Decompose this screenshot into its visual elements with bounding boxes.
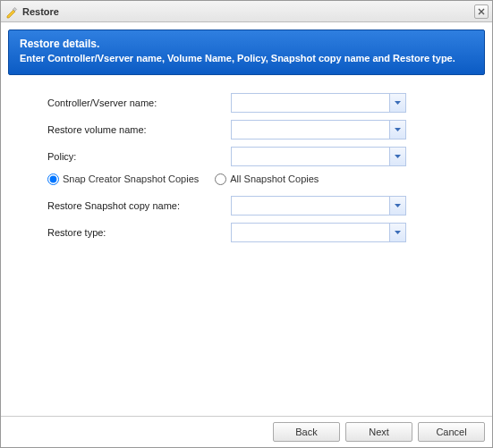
policy-label: Policy: — [47, 151, 231, 162]
snapshot-combo[interactable] — [231, 196, 406, 216]
controller-input[interactable] — [231, 93, 406, 113]
chevron-down-icon — [395, 155, 401, 158]
radio-all-copies-input[interactable] — [215, 173, 226, 185]
snapshot-label: Restore Snapshot copy name: — [47, 200, 231, 211]
policy-input[interactable] — [231, 147, 406, 166]
restoretype-input[interactable] — [231, 223, 406, 242]
chevron-down-icon — [395, 204, 401, 207]
radio-snap-creator-label: Snap Creator Snapshot Copies — [63, 173, 199, 184]
restore-icon — [4, 4, 19, 19]
snapshot-scope-radio-group: Snap Creator Snapshot Copies All Snapsho… — [47, 173, 456, 185]
policy-trigger[interactable] — [389, 148, 405, 165]
volume-label: Restore volume name: — [47, 124, 231, 135]
footer: Back Next Cancel — [1, 416, 492, 447]
volume-combo[interactable] — [231, 120, 406, 139]
volume-trigger[interactable] — [389, 121, 405, 139]
form-area: Controller/Vserver name: Restore volume … — [1, 82, 492, 416]
window-title: Restore — [22, 6, 474, 17]
chevron-down-icon — [395, 101, 401, 105]
restoretype-trigger[interactable] — [389, 224, 405, 241]
restoretype-combo[interactable] — [231, 223, 406, 242]
snapshot-input[interactable] — [231, 196, 406, 216]
volume-input[interactable] — [231, 120, 406, 139]
radio-snap-creator-input[interactable] — [47, 173, 59, 185]
titlebar: Restore — [1, 1, 492, 22]
row-snapshot: Restore Snapshot copy name: — [47, 196, 456, 216]
policy-combo[interactable] — [231, 147, 406, 166]
chevron-down-icon — [395, 128, 401, 131]
chevron-down-icon — [395, 231, 401, 234]
controller-label: Controller/Vserver name: — [47, 97, 231, 108]
radio-all-copies-label: All Snapshot Copies — [230, 173, 319, 184]
banner: Restore details. Enter Controller/Vserve… — [8, 30, 485, 75]
row-policy: Policy: — [47, 147, 456, 166]
cancel-button[interactable]: Cancel — [418, 422, 485, 442]
snapshot-trigger[interactable] — [389, 197, 405, 215]
restoretype-label: Restore type: — [47, 227, 231, 238]
restore-dialog: Restore Restore details. Enter Controlle… — [0, 0, 493, 448]
banner-title: Restore details. — [20, 38, 473, 50]
row-controller: Controller/Vserver name: — [47, 93, 456, 113]
banner-subtitle: Enter Controller/Vserver name, Volume Na… — [20, 52, 473, 65]
back-button[interactable]: Back — [273, 422, 340, 442]
close-button[interactable] — [474, 4, 489, 19]
row-restoretype: Restore type: — [47, 223, 456, 242]
controller-trigger[interactable] — [389, 94, 405, 112]
row-volume: Restore volume name: — [47, 120, 456, 139]
controller-combo[interactable] — [231, 93, 406, 113]
radio-all-copies[interactable]: All Snapshot Copies — [215, 173, 319, 185]
next-button[interactable]: Next — [345, 422, 412, 442]
radio-snap-creator[interactable]: Snap Creator Snapshot Copies — [47, 173, 199, 185]
close-icon — [478, 8, 485, 15]
